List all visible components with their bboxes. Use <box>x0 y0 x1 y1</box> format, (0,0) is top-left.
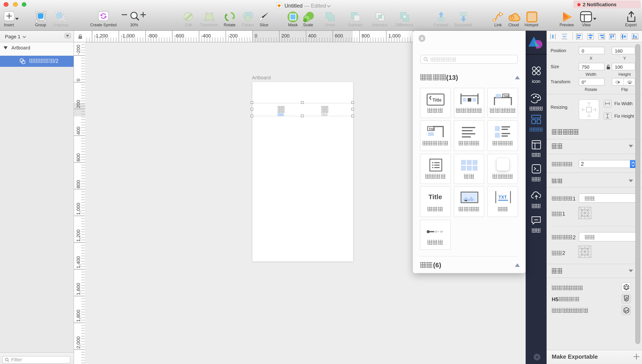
svg-text:TAB: TAB <box>504 94 510 98</box>
svg-text:TXT: TXT <box>499 195 507 200</box>
svg-text:Title: Title <box>432 97 442 102</box>
svg-text:TAB: TAB <box>429 127 434 130</box>
